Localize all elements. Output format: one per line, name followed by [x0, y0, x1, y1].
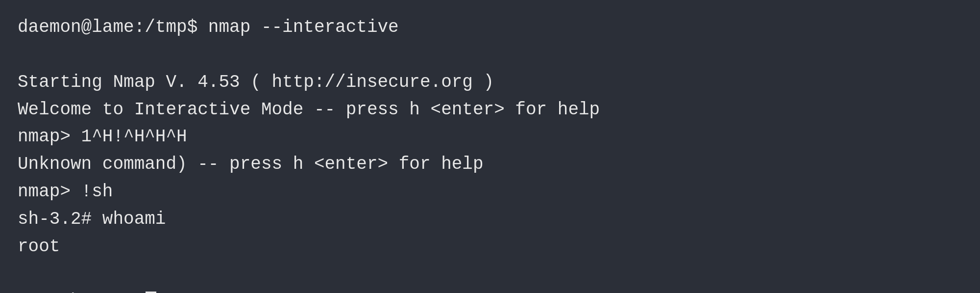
unknown-command-line: Unknown command) -- press h <enter> for … [18, 151, 962, 178]
nmap-start-line: Starting Nmap V. 4.53 ( http://insecure.… [18, 69, 962, 96]
whoami-result-line: root [18, 233, 962, 261]
sh-prompt-line[interactable]: sh-3.2# [18, 260, 962, 293]
welcome-line: Welcome to Interactive Mode -- press h <… [18, 96, 962, 124]
nmap-prompt-2-line: nmap> !sh [18, 178, 962, 206]
blank-line [18, 41, 962, 69]
sh-prompt-text: sh-3.2# [60, 291, 145, 293]
terminal-window: daemon@lame:/tmp$ nmap --interactive Sta… [18, 14, 962, 293]
sh-whoami-line: sh-3.2# whoami [18, 206, 962, 233]
command-line: daemon@lame:/tmp$ nmap --interactive [18, 14, 962, 41]
nmap-prompt-1-line: nmap> 1^H!^H^H^H [18, 123, 962, 151]
